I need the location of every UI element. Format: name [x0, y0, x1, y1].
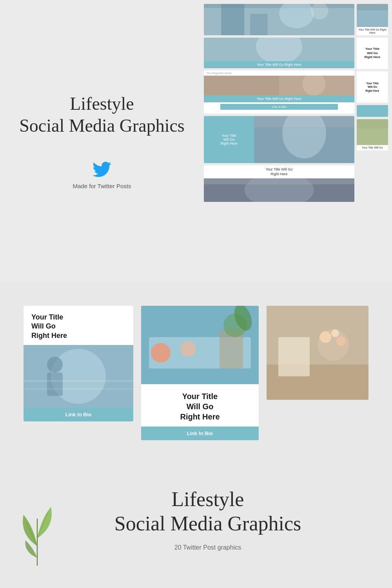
card-3-image [204, 76, 354, 95]
svg-rect-41 [278, 337, 310, 376]
svg-rect-4 [250, 14, 267, 35]
card-3-tag: The Magazine Name [204, 71, 354, 76]
side-card-3: Your TitleWill GoRight Here [357, 71, 388, 103]
card-1 [204, 4, 354, 35]
card-3-link-btn[interactable]: Link In Bio [220, 104, 338, 110]
side-card-2-text: Your TitleWill GoRight Here [357, 45, 388, 62]
card-4-image [254, 116, 354, 163]
bottom-subtitle: 20 Twitter Post graphics [114, 544, 301, 551]
big-card-1-title: Your TitleWill GoRight Here [24, 306, 133, 345]
big-card-2-title-area: Your TitleWill GoRight Here [141, 384, 259, 426]
side-column: Your Title Will Go Right Here Your Title… [357, 4, 388, 278]
card-2-image [204, 38, 354, 61]
big-card-3-image [267, 306, 368, 400]
side-card-1-image [357, 4, 388, 27]
section-top: Lifestyle Social Media Graphics Made for… [0, 0, 392, 282]
card-5-image [204, 178, 354, 202]
card-2: Your Title Will Go Right Here [204, 38, 354, 68]
big-card-1-image [24, 345, 133, 408]
card-1-image [204, 4, 354, 35]
svg-rect-28 [24, 380, 133, 382]
section-bottom: Lifestyle Social Media Graphics 20 Twitt… [0, 464, 392, 588]
side-card-4-image [357, 119, 388, 145]
twitter-icon [93, 160, 111, 179]
left-panel: Lifestyle Social Media Graphics Made for… [0, 0, 204, 282]
cards-column: Your Title Will Go Right Here The Magazi… [204, 4, 354, 278]
card-3-link-container: Link In Bio [204, 102, 354, 114]
side-card-2: Your TitleWill GoRight Here [357, 38, 388, 69]
svg-rect-20 [357, 10, 388, 27]
twitter-label: Made for Twitter Posts [73, 183, 131, 189]
bottom-title-block: Lifestyle Social Media Graphics 20 Twitt… [114, 487, 301, 551]
big-card-2: Your TitleWill GoRight Here Link In Bio [141, 306, 259, 440]
svg-point-45 [331, 329, 339, 337]
card-3-title: Your Title Will Go Right Here [204, 95, 354, 102]
bottom-title-line2: Social Media Graphics [114, 512, 301, 536]
bottom-title-line1: Lifestyle [114, 487, 301, 512]
main-title: Lifestyle Social Media Graphics [19, 93, 185, 136]
big-card-2-link[interactable]: Link In Bio [141, 426, 259, 440]
card-4: Your TitleWill GoRight Here [204, 116, 354, 163]
right-panel: Your Title Will Go Right Here The Magazi… [204, 0, 392, 282]
side-teal-block [357, 105, 388, 117]
svg-rect-22 [357, 129, 388, 145]
svg-rect-10 [204, 76, 279, 95]
svg-point-18 [244, 178, 314, 202]
svg-rect-3 [221, 4, 244, 35]
leaf-decoration [12, 487, 63, 566]
section-cards: Your TitleWill GoRight Here Link In Bio [0, 282, 392, 464]
svg-point-43 [319, 331, 331, 343]
card-2-title: Your Title Will Go Right Here [204, 61, 354, 68]
title-line1: Lifestyle [19, 93, 185, 114]
svg-point-33 [151, 343, 171, 363]
card-4-title: Your TitleWill GoRight Here [217, 131, 240, 149]
card-4-layout: Your TitleWill GoRight Here [204, 116, 354, 163]
big-card-2-image [141, 306, 259, 384]
side-card-1-text: Your Title Will Go Right Here [357, 27, 388, 35]
card-3: The Magazine Name Your Title Will Go Rig… [204, 71, 354, 114]
big-card-3 [267, 306, 368, 400]
side-card-4: Your Title Will Go [357, 119, 388, 151]
svg-rect-27 [47, 372, 63, 396]
svg-point-44 [336, 336, 346, 346]
bottom-main-title: Lifestyle Social Media Graphics [114, 487, 301, 536]
card-5-title: Your Title Will GoRight Here [204, 165, 354, 178]
side-card-4-text: Your Title Will Go [357, 145, 388, 151]
svg-point-26 [47, 357, 63, 372]
svg-point-34 [180, 341, 196, 357]
big-card-1-link[interactable]: Link In Bio [24, 408, 133, 421]
side-card-3-text: Your TitleWill GoRight Here [357, 79, 388, 94]
svg-point-8 [256, 38, 302, 61]
title-line2: Social Media Graphics [19, 115, 185, 136]
big-card-1: Your TitleWill GoRight Here Link In Bio [24, 306, 133, 421]
svg-rect-29 [24, 388, 133, 390]
card-4-teal: Your TitleWill GoRight Here [204, 116, 254, 163]
side-card-1: Your Title Will Go Right Here [357, 4, 388, 35]
card-5: Your Title Will GoRight Here [204, 165, 354, 202]
big-card-2-title: Your TitleWill GoRight Here [149, 391, 251, 422]
twitter-badge: Made for Twitter Posts [73, 160, 131, 189]
